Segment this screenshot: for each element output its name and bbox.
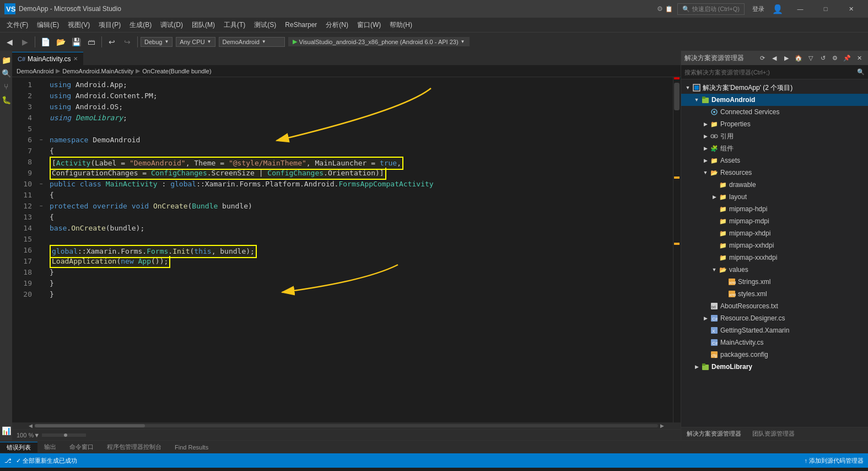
- undo2-btn[interactable]: ↩: [105, 35, 119, 49]
- code-editor[interactable]: using Android.App; using Android.Content…: [45, 77, 673, 422]
- tab-solution-explorer[interactable]: 解决方案资源管理器: [681, 429, 747, 439]
- tree-item-assets[interactable]: ▶ 📁 Assets: [681, 154, 868, 167]
- menu-item-s[interactable]: 测试(S): [250, 19, 281, 31]
- menu-item-f[interactable]: 文件(F): [2, 19, 33, 31]
- search-solution-box[interactable]: 🔍: [681, 65, 868, 79]
- tree-item-values[interactable]: ▼ 📂 values: [681, 264, 868, 276]
- panel-filter-btn[interactable]: ▽: [805, 52, 816, 63]
- close-btn[interactable]: ✕: [838, 0, 864, 18]
- save-btn[interactable]: 💾: [69, 35, 83, 49]
- tree-item-aboutres[interactable]: ▶ txt AboutResources.txt: [681, 300, 868, 312]
- redo2-btn[interactable]: ↪: [120, 35, 134, 49]
- breadcrumb-file[interactable]: DemoAndroid: [17, 68, 53, 74]
- gettingstarted-icon: X: [710, 326, 719, 335]
- zoom-handle[interactable]: [64, 433, 67, 437]
- menu-item-n[interactable]: 分析(N): [321, 19, 353, 31]
- menu-item-e[interactable]: 编辑(E): [33, 19, 63, 31]
- activity-search[interactable]: 🔍: [1, 68, 11, 78]
- panel-refresh-btn[interactable]: ↺: [817, 52, 828, 63]
- menu-item-v[interactable]: 视图(V): [63, 19, 94, 31]
- menu-item-resharper[interactable]: ReSharper: [281, 20, 321, 30]
- menu-item-w[interactable]: 窗口(W): [353, 19, 385, 31]
- redo-btn[interactable]: ▶: [18, 35, 32, 49]
- project-dropdown[interactable]: DemoAndroid ▼: [219, 37, 285, 47]
- tree-item-resources[interactable]: ▼ 📂 Resources: [681, 167, 868, 179]
- tree-item-demoandroid[interactable]: ▼ DemoAndroid: [681, 94, 868, 106]
- tab-output[interactable]: 输出: [37, 442, 63, 452]
- add-to-source-control[interactable]: ↑ 添加到源代码管理器: [804, 457, 864, 465]
- tree-item-mipmap-mdpi[interactable]: ▶ 📁 mipmap-mdpi: [681, 215, 868, 227]
- tab-command[interactable]: 命令窗口: [63, 442, 100, 452]
- tree-item-resdesigner[interactable]: ▶ C# Resource.Designer.cs: [681, 312, 868, 324]
- maximize-btn[interactable]: □: [813, 0, 838, 18]
- zoom-slider[interactable]: [42, 433, 86, 437]
- tree-item-drawable[interactable]: ▶ 📁 drawable: [681, 179, 868, 191]
- h-scroll-btn-right[interactable]: ▶: [660, 423, 664, 429]
- tree-item-mainactivity[interactable]: ▶ C# MainActivity.cs: [681, 336, 868, 349]
- activity-explore[interactable]: 📁: [1, 55, 11, 65]
- tree-item-layout[interactable]: ▶ 📁 layout: [681, 191, 868, 203]
- pin-btn[interactable]: 📌: [842, 52, 853, 63]
- tree-item-gettingstarted[interactable]: ▶ X GettingStarted.Xamarin: [681, 324, 868, 336]
- tree-item-packages[interactable]: ▶ cfg packages.config: [681, 349, 868, 361]
- activity-debug[interactable]: 🐛: [1, 95, 11, 105]
- tree-item-mipmap-xxxhdpi[interactable]: ▶ 📁 mipmap-xxxhdpi: [681, 251, 868, 264]
- collapse-class[interactable]: −: [37, 179, 45, 190]
- collapse-method[interactable]: −: [37, 201, 45, 212]
- panel-sync-btn[interactable]: ⟳: [757, 52, 768, 63]
- tab-error-list[interactable]: 错误列表: [0, 442, 37, 453]
- h-scroll-track[interactable]: [35, 424, 658, 427]
- tree-item-components[interactable]: ▶ 🧩 组件: [681, 142, 868, 154]
- menu-item-p[interactable]: 项目(P): [94, 19, 125, 31]
- zoom-dropdown[interactable]: ▼: [34, 432, 40, 438]
- tree-item-mipmap-xxhdpi[interactable]: ▶ 📁 mipmap-xxhdpi: [681, 239, 868, 251]
- menu-item-t[interactable]: 工具(T): [219, 19, 250, 31]
- tree-item-references[interactable]: ▶ 引用: [681, 130, 868, 142]
- undo-btn[interactable]: ◀: [2, 35, 17, 49]
- tab-team-explorer[interactable]: 团队资源管理器: [747, 429, 800, 439]
- h-scroll-btn-left[interactable]: ◀: [29, 423, 33, 429]
- menu-item-h[interactable]: 帮助(H): [385, 19, 417, 31]
- zoom-level[interactable]: 100 %: [17, 432, 34, 438]
- panel-home-btn[interactable]: 🏠: [793, 52, 804, 63]
- minimize-btn[interactable]: —: [788, 0, 813, 18]
- login-btn[interactable]: 登录: [749, 5, 768, 13]
- horizontal-scrollbar[interactable]: ◀ ▶: [12, 422, 681, 429]
- panel-settings-btn[interactable]: ⚙: [829, 52, 840, 63]
- tab-find-results[interactable]: Find Results: [168, 443, 215, 452]
- save-all-btn[interactable]: 🗃: [84, 35, 99, 49]
- h-scroll-thumb[interactable]: [35, 424, 145, 427]
- tab-package-manager[interactable]: 程序包管理器控制台: [100, 442, 168, 452]
- tree-item-demolibrary[interactable]: ▶ DemoLibrary: [681, 361, 868, 373]
- tree-item-styles[interactable]: ▶ xml styles.xml: [681, 288, 868, 300]
- tree-item-solution[interactable]: ▼ 解决方案'DemoApp' (2 个项目): [681, 82, 868, 94]
- breadcrumb-class[interactable]: DemoAndroid.MainActivity: [62, 68, 133, 74]
- activity-monitor[interactable]: 📊: [1, 426, 11, 436]
- tree-item-connected[interactable]: ▶ Connected Services: [681, 106, 868, 118]
- quick-search-box[interactable]: 🔍 快速启动 (Ctrl+Q): [677, 3, 745, 15]
- panel-back-btn[interactable]: ◀: [769, 52, 780, 63]
- activity-git[interactable]: ⑂: [1, 82, 11, 92]
- tree-item-properties[interactable]: ▶ 📁 Properties: [681, 118, 868, 130]
- collapse-ns[interactable]: −: [37, 135, 45, 146]
- tree-item-mipmap-xhdpi[interactable]: ▶ 📁 mipmap-xhdpi: [681, 227, 868, 239]
- new-file-btn[interactable]: 📄: [38, 35, 52, 49]
- tree-item-mipmap-hdpi[interactable]: ▶ 📁 mipmap-hdpi: [681, 203, 868, 215]
- menu-item-d[interactable]: 调试(D): [156, 19, 187, 31]
- panel-close-btn[interactable]: ✕: [854, 52, 865, 63]
- run-btn[interactable]: ▶ VisualStudio_android-23_x86_phone (And…: [288, 37, 470, 46]
- menu-item-b[interactable]: 生成(B): [125, 19, 156, 31]
- platform-dropdown[interactable]: Any CPU ▼: [176, 37, 215, 47]
- breadcrumb-method[interactable]: OnCreate(Bundle bundle): [142, 68, 211, 74]
- menu-item-m[interactable]: 团队(M): [187, 19, 219, 31]
- scroll-thumb[interactable]: [674, 83, 680, 110]
- panel-forward-btn[interactable]: ▶: [781, 52, 792, 63]
- svg-text:C#: C#: [712, 341, 718, 346]
- open-btn[interactable]: 📂: [53, 35, 68, 49]
- editor-tab-mainactivity[interactable]: C# MainActivity.cs ✕: [12, 52, 83, 65]
- debug-config-dropdown[interactable]: Debug ▼: [141, 37, 172, 47]
- search-solution-input[interactable]: [684, 69, 855, 76]
- tree-item-strings[interactable]: ▶ xml Strings.xml: [681, 276, 868, 288]
- tab-close-btn[interactable]: ✕: [73, 56, 78, 62]
- vertical-scrollbar[interactable]: [673, 77, 681, 422]
